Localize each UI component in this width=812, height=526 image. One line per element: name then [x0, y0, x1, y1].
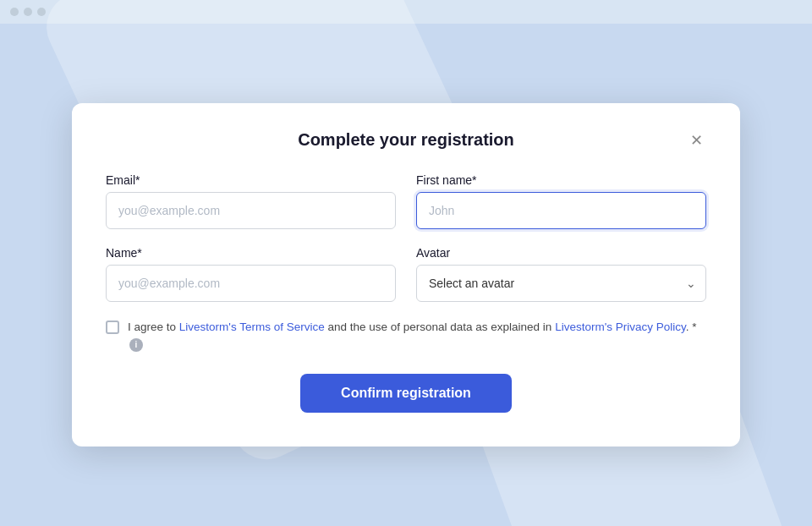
- window-chrome: [0, 0, 812, 24]
- chrome-dot-red: [10, 8, 19, 16]
- terms-suffix: . *: [686, 321, 697, 333]
- modal-title: Complete your registration: [298, 130, 514, 150]
- first-name-label: First name*: [416, 173, 706, 187]
- name-label: Name*: [106, 246, 396, 260]
- info-icon[interactable]: i: [129, 338, 143, 352]
- modal-header: Complete your registration ✕: [106, 130, 706, 150]
- modal-overlay: Complete your registration ✕ Email* Firs…: [0, 24, 812, 526]
- email-input[interactable]: [106, 192, 396, 229]
- avatar-select[interactable]: Select an avatar Avatar 1 Avatar 2 Avata…: [416, 265, 706, 302]
- submit-area: Confirm registration: [106, 374, 706, 413]
- terms-checkbox[interactable]: [106, 321, 119, 334]
- chrome-dot-yellow: [24, 8, 32, 16]
- privacy-link[interactable]: Livestorm's Privacy Policy: [555, 321, 686, 333]
- terms-label: I agree to Livestorm's Terms of Service …: [128, 319, 706, 353]
- tos-link[interactable]: Livestorm's Terms of Service: [179, 321, 325, 333]
- confirm-registration-button[interactable]: Confirm registration: [300, 374, 512, 413]
- form-grid: Email* First name* Name* Avatar Select a…: [106, 173, 706, 302]
- email-group: Email*: [106, 173, 396, 229]
- first-name-group: First name*: [416, 173, 706, 229]
- avatar-label: Avatar: [416, 246, 706, 260]
- registration-modal: Complete your registration ✕ Email* Firs…: [72, 103, 740, 447]
- name-input[interactable]: [106, 265, 396, 302]
- avatar-group: Avatar Select an avatar Avatar 1 Avatar …: [416, 246, 706, 302]
- close-button[interactable]: ✕: [687, 129, 706, 151]
- terms-middle: and the use of personal data as explaine…: [325, 321, 555, 333]
- first-name-input[interactable]: [416, 192, 706, 229]
- email-label: Email*: [106, 173, 396, 187]
- avatar-select-wrapper: Select an avatar Avatar 1 Avatar 2 Avata…: [416, 265, 706, 302]
- name-group: Name*: [106, 246, 396, 302]
- terms-prefix: I agree to: [128, 321, 179, 333]
- terms-row: I agree to Livestorm's Terms of Service …: [106, 319, 706, 353]
- chrome-dot-green: [37, 8, 46, 16]
